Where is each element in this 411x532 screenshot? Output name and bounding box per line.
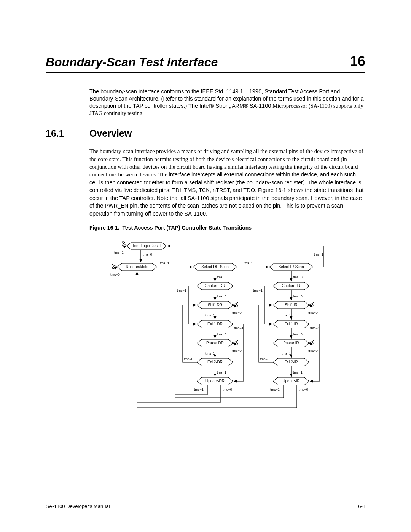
state-diagram-svg: Test-Logic Reset Run-Test/Idle Select-DR…	[103, 238, 339, 421]
transition-label: tms=1	[253, 289, 263, 292]
state-label: Test-Logic Reset	[132, 243, 161, 248]
transition-arrow	[309, 302, 314, 307]
state-label: Pause-IR	[283, 340, 299, 345]
state-label: Capture-IR	[282, 283, 301, 288]
transition-label: tms=1	[293, 371, 303, 374]
state-label: Capture-DR	[205, 283, 225, 288]
intro-text: (Refer to this standard for an explanati…	[161, 96, 311, 102]
transition-label: tms=0	[223, 388, 232, 391]
transition-label: tms=1	[234, 326, 244, 330]
state-label: Exit1-IR	[284, 321, 298, 326]
state-label: Shift-DR	[208, 302, 222, 307]
section-heading: 16.1 Overview	[46, 128, 365, 139]
transition-label: tms=1	[217, 371, 226, 374]
transition-label: tms=0	[232, 311, 242, 315]
transition-label: tms=0	[184, 357, 193, 361]
transition-label: tms=1	[114, 251, 124, 254]
figure-label: Figure 16-1.	[89, 225, 119, 231]
transition-label: tms=1	[194, 388, 204, 391]
transition-label: tms=1	[177, 289, 186, 292]
tap-state-diagram: Test-Logic Reset Run-Test/Idle Select-DR…	[103, 238, 365, 423]
transition-arrow	[233, 324, 244, 381]
transition-label: tms=1	[206, 351, 215, 355]
figure-caption: Figure 16-1. Test Access Port (TAP) Cont…	[89, 225, 365, 231]
state-label: Select-DR-Scan	[201, 264, 229, 268]
transition-label: tms=0	[217, 294, 226, 298]
transition-label: tms=0	[217, 332, 226, 336]
transition-label: tms=0	[308, 311, 318, 315]
transition-label: tms=0	[110, 273, 120, 276]
footer-left: SA-1100 Developer's Manual	[46, 503, 110, 509]
transition-label: tms=0	[293, 294, 303, 298]
figure-ref: Figure 16-1	[258, 187, 286, 193]
page-footer: SA-1100 Developer's Manual 16-1	[46, 503, 365, 509]
transition-label: tms=0	[232, 349, 242, 353]
section-title: Overview	[89, 128, 132, 139]
transition-arrow	[259, 305, 273, 362]
transition-label: tms=0	[308, 349, 318, 353]
transition-arrow	[233, 340, 238, 345]
state-label: Exit1-DR	[207, 321, 223, 326]
intro-text: – 1990, Standard Test Access Port	[245, 88, 329, 94]
state-label: Update-DR	[206, 379, 225, 383]
state-label: Run-Test/Idle	[126, 264, 148, 268]
transition-arrow	[309, 340, 314, 345]
page: Boundary-Scan Test Interface 16 The boun…	[0, 0, 411, 532]
state-label: Select-IR-Scan	[278, 264, 304, 268]
transition-label: tms=1	[244, 261, 253, 265]
transition-label: tms=1	[206, 313, 215, 317]
transition-arrow	[112, 264, 117, 268]
transition-label: tms=0	[299, 388, 308, 391]
transition-arrow	[233, 302, 238, 307]
figure-title: Test Access Port (TAP) Controller State …	[122, 225, 252, 231]
state-label: Pause-DR	[206, 340, 224, 345]
transition-label: tms=0	[260, 357, 269, 361]
chapter-number: 16	[350, 53, 365, 69]
transition-label: tms=0	[217, 275, 226, 279]
transition-label: tms=1	[160, 261, 169, 265]
intro-text: The boundary-scan interface conforms to …	[89, 88, 245, 94]
state-label: Shift-IR	[285, 302, 297, 307]
transition-label: tms=0	[293, 332, 303, 336]
transition-label: tms=1	[282, 313, 291, 317]
transition-label: tms=1	[314, 252, 323, 256]
transition-label: tms=1	[270, 388, 280, 391]
chapter-header: Boundary-Scan Test Interface 16	[46, 53, 365, 73]
section-number: 16.1	[46, 128, 89, 139]
state-label: Update-IR	[282, 379, 300, 383]
transition-label: tms=0	[143, 252, 152, 256]
transition-label: tms=1	[310, 326, 320, 330]
transition-label: tms=0	[293, 275, 303, 279]
transition-arrow	[183, 305, 197, 362]
state-label: Exit2-IR	[284, 359, 298, 364]
footer-right: 16-1	[355, 503, 365, 509]
intro-paragraph: The boundary-scan interface conforms to …	[89, 88, 365, 117]
transition-arrow	[123, 241, 127, 246]
transition-label: tms=1	[282, 351, 291, 355]
chapter-title: Boundary-Scan Test Interface	[46, 55, 218, 69]
overview-paragraph: The boundary-scan interface provides a m…	[89, 147, 365, 217]
transition-arrow	[309, 324, 320, 381]
state-label: Exit2-DR	[207, 359, 223, 364]
